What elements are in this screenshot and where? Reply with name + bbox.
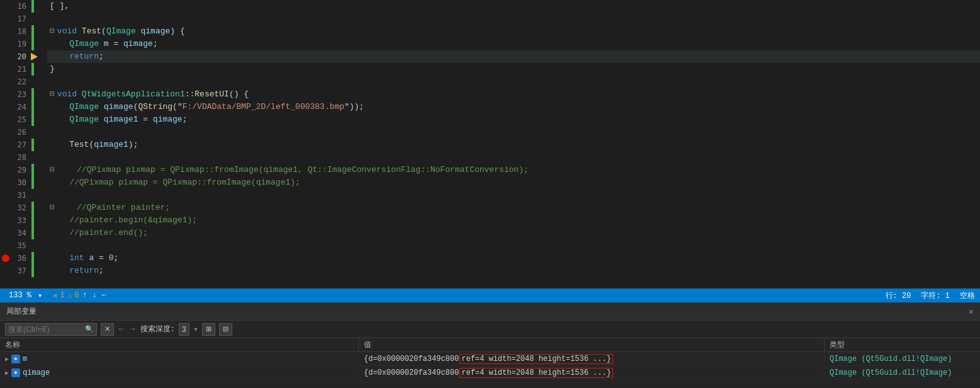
table-row[interactable]: ▶ ◈ m {d=0x0000020fa349c800 ref=4 width=… <box>0 352 980 366</box>
zoom-icon: ▾ <box>35 291 45 300</box>
toggle-view-button[interactable]: ⊟ <box>219 323 232 336</box>
code-segment <box>84 252 89 265</box>
status-col: 字符: 1 <box>921 290 950 301</box>
nav-up[interactable]: ↑ <box>80 291 89 300</box>
gutter-row: 21 <box>0 63 47 76</box>
code-segment: ( <box>101 25 106 38</box>
code-segment: F:/VDAData/BMP_2D/left_000383.bmp <box>183 101 344 113</box>
code-line[interactable]: QImage qimage1 = qimage; <box>47 113 980 126</box>
code-line[interactable]: ⊟void QtWidgetsApplication1::ResetUI() { <box>47 88 980 101</box>
line-number: 19 <box>11 38 29 50</box>
warn-count: 0 <box>73 291 80 300</box>
code-line[interactable] <box>47 126 980 139</box>
gutter-row: 26 <box>0 126 47 139</box>
breakpoint-area[interactable] <box>0 254 11 262</box>
green-bar <box>31 164 34 176</box>
editor-area: 1617181920212223242526272829303132333435… <box>0 0 980 288</box>
table-row[interactable]: ▶ ◈ qimage {d=0x0000020fa349c800 ref=4 w… <box>0 366 980 380</box>
code-line[interactable]: return; <box>47 265 980 277</box>
code-line[interactable]: QImage m = qimage; <box>47 38 980 50</box>
code-line[interactable]: ⊟ //QPixmap pixmap = QPixmap::fromImage(… <box>47 164 980 176</box>
code-segment: void <box>57 88 77 101</box>
gutter-row: 22 <box>0 76 47 88</box>
nav-down[interactable]: ↓ <box>90 291 99 300</box>
code-line[interactable]: ⊟ //QPainter painter; <box>47 202 980 214</box>
code-segment: m <box>104 38 109 50</box>
code-segment <box>77 25 82 38</box>
gutter-row: 33 <box>0 214 47 227</box>
code-segment: (" <box>172 101 183 113</box>
nav-back-icon[interactable]: ← <box>118 324 125 334</box>
gutter-row: 23 <box>0 88 47 101</box>
gutter-row: 34 <box>0 227 47 239</box>
code-segment: ; <box>183 113 188 126</box>
line-number: 27 <box>11 139 29 151</box>
expand-arrow-qimage: ▶ <box>5 369 9 377</box>
editor-container: 1617181920212223242526272829303132333435… <box>0 0 980 388</box>
code-segment: QImage <box>69 101 99 113</box>
toggle-pin-button[interactable]: ⊞ <box>202 323 215 336</box>
code-segment <box>99 38 104 50</box>
code-line[interactable] <box>47 13 980 25</box>
code-line[interactable]: //QPixmap pixmap = QPixmap::fromImage(qi… <box>47 176 980 189</box>
code-segment <box>99 101 104 113</box>
code-line[interactable]: Test(qimage1); <box>47 139 980 151</box>
row-value-m: {d=0x0000020fa349c800 ref=4 width=2048 h… <box>359 352 825 365</box>
search-clear-button[interactable]: ✕ <box>101 323 114 336</box>
search-box: 🔍 <box>5 323 97 336</box>
code-line[interactable]: //painter.end(); <box>47 227 980 239</box>
code-segment: ; <box>99 50 104 63</box>
nav-forward-icon[interactable]: → <box>129 324 137 334</box>
code-line[interactable] <box>47 239 980 252</box>
status-line: 行: 20 <box>886 290 911 301</box>
green-bar <box>31 38 34 50</box>
green-bar <box>31 25 34 38</box>
green-bar <box>31 202 34 214</box>
code-line[interactable]: [ ], <box>47 0 980 13</box>
code-line[interactable]: return; <box>47 50 980 63</box>
code-segment <box>99 113 104 126</box>
depth-label: 搜索深度: <box>140 324 175 334</box>
code-line[interactable]: int a = 0; <box>47 252 980 265</box>
line-number: 21 <box>11 63 29 76</box>
code-segment: } <box>50 63 55 76</box>
code-segment <box>136 25 141 38</box>
search-icon: 🔍 <box>85 325 94 333</box>
code-line[interactable]: } <box>47 63 980 76</box>
code-segment: () { <box>229 88 249 101</box>
code-line[interactable]: QImage qimage(QString("F:/VDAData/BMP_2D… <box>47 101 980 113</box>
warn-icon: ⚠ <box>66 291 73 300</box>
depth-arrow[interactable]: ▾ <box>193 324 198 334</box>
panel-toolbar: 🔍 ✕ ← → 搜索深度: 3 ▾ ⊞ ⊟ <box>0 321 980 338</box>
code-segment: qimage <box>141 25 171 38</box>
code-segment: //painter.begin(&qimage1); <box>69 214 197 227</box>
line-number: 29 <box>11 164 29 176</box>
search-input[interactable] <box>8 325 84 334</box>
code-segment: qimage1 <box>94 139 128 151</box>
code-segment: void <box>57 25 77 38</box>
gutter-row: 36 <box>0 252 47 265</box>
code-segment: ⊟ <box>50 88 55 101</box>
green-bar <box>31 227 34 239</box>
nav-left[interactable]: ← <box>99 291 109 300</box>
code-segment <box>77 88 82 101</box>
zoom-level: 133 % <box>5 291 35 300</box>
panel-close-icon[interactable]: ✕ <box>969 306 974 317</box>
code-line[interactable]: ⊟void Test(QImage qimage) { <box>47 25 980 38</box>
code-line[interactable] <box>47 76 980 88</box>
code-line[interactable]: //painter.begin(&qimage1); <box>47 214 980 227</box>
status-bar: 133 % ▾ | ✕ 1 ⚠ 0 ↑ ↓ ← 行: 20 字符: 1 空格 <box>0 288 980 302</box>
line-number: 22 <box>11 76 29 88</box>
code-line[interactable] <box>47 151 980 164</box>
line-number: 18 <box>11 25 29 38</box>
code-segment: QtWidgetsApplication1 <box>82 88 185 101</box>
code-segment: int <box>69 252 84 265</box>
code-lines[interactable]: [ ],⊟void Test(QImage qimage) { QImage m… <box>47 0 980 288</box>
row-name-qimage: ▶ ◈ qimage <box>0 366 359 379</box>
code-line[interactable] <box>47 189 980 202</box>
code-segment: ; <box>99 265 104 277</box>
var-name-qimage: qimage <box>23 368 50 377</box>
code-segment: QImage <box>106 25 136 38</box>
var-name-m: m <box>23 355 27 363</box>
code-segment: ; <box>113 252 118 265</box>
